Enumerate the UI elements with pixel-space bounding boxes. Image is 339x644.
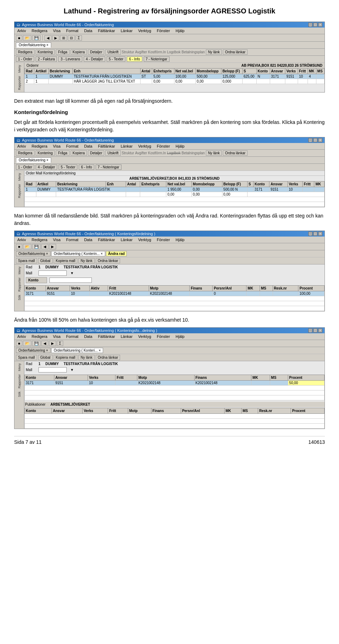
mall-input3[interactable]	[38, 270, 67, 276]
menu-fonster3[interactable]: Fönster	[155, 237, 171, 242]
tb2-redigera[interactable]: Redigera	[16, 150, 35, 156]
menu-lankar2[interactable]: Länkar	[119, 144, 134, 149]
close-btn2[interactable]: ×	[318, 138, 322, 142]
menu-arkiv3[interactable]: Arkiv	[16, 237, 27, 242]
tb-icon2[interactable]: ▶	[52, 35, 59, 41]
nav-tab-6-info[interactable]: 6 - Info	[127, 56, 142, 62]
minimize-btn3[interactable]: _	[308, 232, 313, 236]
nav2-tab-4-detaljer[interactable]: 4 - Detaljer	[36, 165, 57, 170]
tb4-global[interactable]: Global	[38, 355, 53, 360]
menu-fonster2[interactable]: Fönster	[155, 144, 171, 149]
tb4-icon1[interactable]: ■	[16, 341, 22, 346]
menu-hjalp3[interactable]: Hjälp	[174, 237, 186, 242]
menu-verktyg3[interactable]: Verktyg	[137, 237, 153, 242]
menu-verktyg1[interactable]: Verktyg	[137, 28, 153, 33]
tb-kopiera[interactable]: Kopiera	[71, 49, 87, 55]
menu-visa2[interactable]: Visa	[52, 144, 62, 149]
nav2-tab-1-order[interactable]: 1 - Order	[16, 165, 34, 170]
menu-faltlankar4[interactable]: Fältlänkar	[96, 334, 116, 339]
menu-verktyg4[interactable]: Verktyg	[137, 334, 153, 339]
tb-kontering[interactable]: Kontering	[36, 49, 55, 55]
konto-input3[interactable]	[49, 278, 92, 283]
tb3-kopiera-mall[interactable]: Kopiera mall	[54, 258, 78, 263]
maximize-btn2[interactable]: □	[313, 138, 317, 142]
tb4-icon5[interactable]: ▶	[49, 341, 56, 346]
strip4-tab-konteri[interactable]: Order/fakturering ( Konteri... ×	[51, 348, 103, 353]
tb4-icon3[interactable]: 💾	[32, 341, 41, 346]
menu-redigera3[interactable]: Redigera	[30, 237, 49, 242]
tb-ny-lank[interactable]: Ny länk	[206, 49, 222, 55]
nav2-tab-6-info[interactable]: 6 - Info	[79, 165, 94, 170]
tb4-icon6[interactable]: Σ	[57, 341, 63, 346]
menu-hjalp2[interactable]: Hjälp	[174, 144, 186, 149]
maximize-btn4[interactable]: □	[313, 328, 317, 333]
tb-utskrift[interactable]: Utskrift	[105, 49, 120, 55]
tb2-ny-lank[interactable]: Ny länk	[206, 150, 222, 156]
tb3-ny-lank[interactable]: Ny länk	[78, 258, 94, 263]
tb4-icon2[interactable]: 📂	[23, 341, 31, 346]
menu-arkiv4[interactable]: Arkiv	[16, 334, 27, 339]
mall-input4[interactable]	[38, 367, 67, 372]
tb-detaljer[interactable]: Detaljer	[88, 49, 104, 55]
strip4-tab-order[interactable]: Order/fakturering ×	[16, 348, 50, 353]
nav-tab-7-noteringar[interactable]: 7 - Noteringar	[144, 56, 170, 62]
tb4-kopiera-mall[interactable]: Kopiera mall	[54, 355, 78, 360]
tb2-fraga[interactable]: Fråga	[56, 150, 69, 156]
menu-data1[interactable]: Data	[83, 28, 94, 33]
menu-verktyg2[interactable]: Verktyg	[137, 144, 153, 149]
nav2-tab-7-noteringar[interactable]: 7 - Noteringar	[96, 165, 121, 170]
tb4-spara-mall[interactable]: Spara mall	[16, 355, 37, 360]
menu-arkiv2[interactable]: Arkiv	[16, 144, 27, 149]
tb3-ordna-lankar[interactable]: Ordna länkar	[96, 258, 120, 263]
nav-tab-2-faktura[interactable]: 2 - Faktura	[36, 56, 57, 62]
tb2-detaljer[interactable]: Detaljer	[88, 150, 104, 156]
menu-redigera1[interactable]: Redigera	[30, 28, 49, 33]
menu-arkiv1[interactable]: Arkiv	[16, 28, 27, 33]
tb3-icon4[interactable]: ◀	[41, 244, 48, 249]
nav-tab-3-leverans[interactable]: 3 - Leverans	[58, 56, 82, 62]
tab-order-fakturering2[interactable]: Order/fakturering ×	[16, 157, 51, 163]
menu-lankar1[interactable]: Länkar	[119, 28, 134, 33]
tb3-global[interactable]: Global	[38, 258, 53, 263]
menu-format4[interactable]: Format	[65, 334, 80, 339]
menu-hjalp4[interactable]: Hjälp	[174, 334, 186, 339]
tab-order-fakturering1[interactable]: Order/fakturering ×	[16, 42, 51, 48]
menu-redigera2[interactable]: Redigera	[30, 144, 49, 149]
menu-data2[interactable]: Data	[83, 144, 94, 149]
nav-tab-1-order[interactable]: 1 - Order	[16, 56, 34, 62]
minimize-btn1[interactable]: _	[308, 23, 313, 27]
nav-tab-5-texter[interactable]: 5 - Texter	[107, 56, 126, 62]
tb-new[interactable]: ■	[16, 35, 22, 41]
tb2-kontering[interactable]: Kontering	[36, 150, 55, 156]
menu-lankar3[interactable]: Länkar	[119, 237, 134, 242]
menu-faltlankar2[interactable]: Fältlänkar	[96, 144, 116, 149]
tb3-icon1[interactable]: ■	[16, 244, 22, 249]
close-btn3[interactable]: ×	[318, 232, 322, 236]
menu-lankar4[interactable]: Länkar	[119, 334, 134, 339]
tb2-ordna-lankar[interactable]: Ordna länkar	[223, 150, 248, 156]
menu-faltlankar1[interactable]: Fältlänkar	[96, 28, 116, 33]
tb3-icon3[interactable]: 💾	[32, 244, 41, 249]
menu-visa3[interactable]: Visa	[52, 237, 62, 242]
tb-icon5[interactable]: Σ	[76, 35, 82, 41]
menu-fonster4[interactable]: Fönster	[155, 334, 171, 339]
tb2-utskrift[interactable]: Utskrift	[105, 150, 120, 156]
tb4-ny-lank[interactable]: Ny länk	[78, 355, 94, 360]
maximize-btn3[interactable]: □	[313, 232, 317, 236]
close-btn1[interactable]: ×	[318, 23, 322, 27]
menu-redigera4[interactable]: Redigera	[30, 334, 49, 339]
strip-tab-konteri[interactable]: Order/fakturering ( Konterin... ×	[51, 251, 105, 256]
tb3-icon5[interactable]: ▶	[49, 244, 56, 249]
menu-visa4[interactable]: Visa	[52, 334, 62, 339]
strip-tab-order-fak[interactable]: Order/fakturering ×	[16, 251, 50, 256]
minimize-btn4[interactable]: _	[308, 328, 313, 333]
menu-format2[interactable]: Format	[65, 144, 80, 149]
tb3-spara-mall[interactable]: Spara mall	[16, 258, 37, 263]
tb2-kopiera[interactable]: Kopiera	[71, 150, 87, 156]
tb-save[interactable]: 💾	[32, 35, 41, 41]
tb4-icon4[interactable]: ◀	[41, 341, 48, 346]
menu-data4[interactable]: Data	[83, 334, 94, 339]
nav2-tab-5-texter[interactable]: 5 - Texter	[59, 165, 78, 170]
close-btn4[interactable]: ×	[318, 328, 322, 333]
tb3-icon2[interactable]: 📂	[23, 244, 31, 249]
